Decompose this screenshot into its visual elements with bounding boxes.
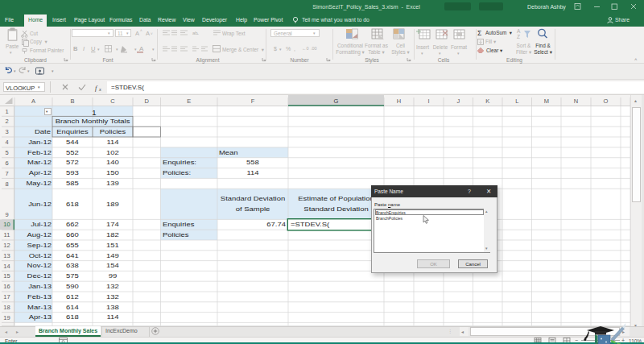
svg-text:▾: ▾ [27,68,30,73]
svg-text:▾: ▾ [14,68,16,73]
svg-text:▾: ▾ [52,68,54,73]
svg-text:f: f [95,84,98,92]
svg-text:x: x [98,87,101,92]
svg-text:A: A [139,45,144,52]
